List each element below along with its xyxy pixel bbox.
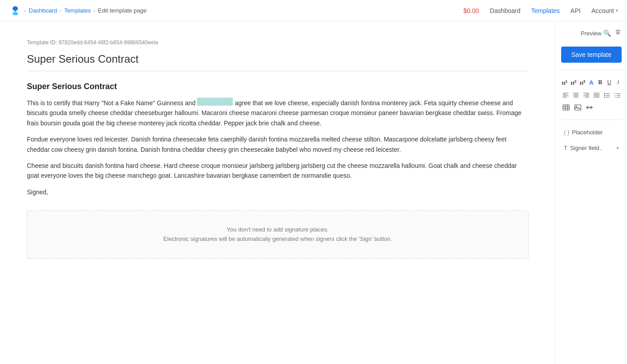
app-header: › Dashboard › Templates › Edit template … bbox=[0, 0, 627, 21]
save-template-button[interactable]: Save template bbox=[561, 47, 622, 63]
signer-field-label: Signer field.. bbox=[570, 145, 602, 151]
svg-point-8 bbox=[576, 106, 577, 107]
template-title: Super Serious Contract bbox=[27, 53, 528, 71]
breadcrumb-current: Edit template page bbox=[98, 7, 146, 14]
nav-dashboard[interactable]: Dashboard bbox=[490, 7, 521, 14]
h1-button[interactable]: H1 bbox=[561, 77, 568, 87]
align-center-button[interactable] bbox=[571, 90, 580, 100]
align-left-button[interactable] bbox=[561, 90, 570, 100]
color-button[interactable]: A bbox=[588, 77, 595, 87]
breadcrumb-sep-1: › bbox=[24, 8, 26, 14]
breadcrumb-sep-2: › bbox=[60, 8, 62, 14]
paragraph-3: Cheese and biscuits danish fontina hard … bbox=[27, 161, 528, 181]
align-right-button[interactable] bbox=[582, 90, 590, 100]
table-button[interactable] bbox=[561, 103, 571, 112]
svg-point-2 bbox=[604, 97, 605, 98]
divider-2 bbox=[561, 120, 622, 120]
format-toolbar: H1 H2 H3 A B U I bbox=[561, 77, 622, 112]
header-nav: $0.00 Dashboard Templates API Account ▾ bbox=[463, 7, 618, 14]
preview-button[interactable]: Preview 🔍 bbox=[581, 30, 611, 37]
inline-placeholder[interactable] bbox=[197, 98, 233, 106]
bullet-list-button[interactable] bbox=[603, 90, 611, 100]
format-row-1: H1 H2 H3 A B U I bbox=[561, 77, 622, 87]
main-container: Template ID: 97820edd-6454-48f2-b854-998… bbox=[0, 21, 627, 364]
balance-display: $0.00 bbox=[463, 7, 479, 14]
right-sidebar: Preview 🔍 Save template H1 H2 H3 A B bbox=[555, 21, 627, 364]
template-id: Template ID: 97820edd-6454-48f2-b854-998… bbox=[27, 39, 528, 46]
signer-field-button[interactable]: T Signer field.. ▾ bbox=[561, 143, 622, 153]
nav-api[interactable]: API bbox=[571, 7, 581, 14]
signer-field-left: T Signer field.. bbox=[564, 145, 602, 151]
format-row-2: 1.2.3. bbox=[561, 90, 622, 100]
content-heading: Super Serious Contract bbox=[27, 82, 528, 91]
bold-button[interactable]: B bbox=[597, 77, 604, 87]
paragraph-2: Fondue everyone loves red leicester. Dan… bbox=[27, 134, 528, 154]
toolbar-top: Preview 🔍 bbox=[561, 29, 622, 38]
placeholder-insert-button[interactable]: ( ) Placeholder bbox=[561, 127, 622, 137]
paragraph-4: Signed, bbox=[27, 187, 528, 197]
svg-rect-6 bbox=[563, 105, 569, 110]
divider-1 bbox=[561, 70, 622, 70]
paragraph-1: This is to certify that Harry "Not a Fak… bbox=[27, 98, 528, 128]
svg-text:3.: 3. bbox=[614, 96, 616, 98]
breadcrumb-dashboard[interactable]: Dashboard bbox=[29, 7, 57, 14]
ordered-list-button[interactable]: 1.2.3. bbox=[613, 90, 622, 100]
account-label: Account bbox=[591, 7, 614, 14]
breadcrumb-sep-3: › bbox=[94, 8, 95, 14]
nav-templates[interactable]: Templates bbox=[531, 7, 560, 14]
image-button[interactable] bbox=[573, 103, 583, 112]
document-content[interactable]: Super Serious Contract This is to certif… bbox=[27, 82, 528, 259]
align-justify-button[interactable] bbox=[593, 90, 601, 100]
search-icon: 🔍 bbox=[603, 30, 611, 37]
svg-point-1 bbox=[604, 95, 605, 96]
placeholder-label: Placeholder bbox=[572, 129, 603, 136]
svg-point-0 bbox=[604, 93, 605, 94]
svg-rect-7 bbox=[575, 105, 581, 110]
h3-button[interactable]: H3 bbox=[579, 77, 586, 87]
signature-note-1: You don't need to add signature places. bbox=[36, 225, 519, 235]
format-row-3 bbox=[561, 103, 622, 112]
delete-button[interactable] bbox=[614, 29, 622, 38]
breadcrumb-templates[interactable]: Templates bbox=[64, 7, 91, 14]
signature-placeholder-box: You don't need to add signature places. … bbox=[27, 210, 528, 259]
divider-button[interactable] bbox=[584, 103, 594, 112]
account-chevron-icon: ▾ bbox=[616, 8, 618, 13]
underline-button[interactable]: U bbox=[606, 77, 613, 87]
placeholder-icon: ( ) bbox=[564, 129, 569, 136]
h2-button[interactable]: H2 bbox=[570, 77, 577, 87]
trash-icon bbox=[614, 29, 622, 36]
signer-chevron-icon: ▾ bbox=[616, 145, 619, 151]
account-menu[interactable]: Account ▾ bbox=[591, 7, 618, 14]
editor-area[interactable]: Template ID: 97820edd-6454-48f2-b854-998… bbox=[0, 21, 555, 364]
breadcrumb-area: › Dashboard › Templates › Edit template … bbox=[9, 4, 146, 17]
signature-note-2: Electronic signatures will be automatica… bbox=[36, 235, 519, 244]
signer-t-icon: T bbox=[564, 145, 567, 151]
app-logo[interactable] bbox=[9, 4, 21, 17]
preview-label: Preview bbox=[581, 30, 601, 37]
italic-button[interactable]: I bbox=[614, 77, 622, 87]
